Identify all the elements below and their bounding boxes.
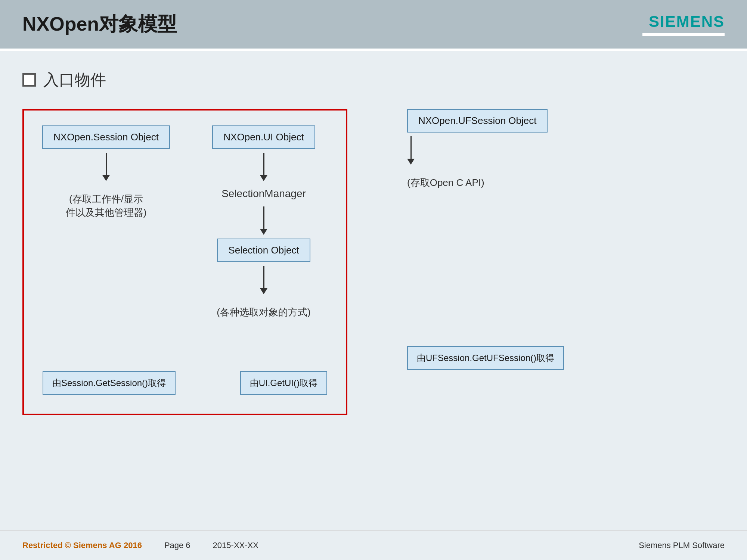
session-object-box: NXOpen.Session Object (42, 125, 170, 149)
page-title: NXOpen对象模型 (22, 11, 177, 37)
footer-page: Page 6 (164, 541, 190, 550)
ui-column: NXOpen.UI Object SelectionManager Select… (200, 125, 327, 319)
red-panel: NXOpen.Session Object (存取工作件/显示件以及其他管理器)… (22, 109, 347, 415)
get-ui-button: 由UI.GetUI()取得 (240, 371, 327, 395)
arrow-line (263, 206, 264, 229)
header: NXOpen对象模型 SIEMENS (0, 0, 747, 49)
session-note: (存取工作件/显示件以及其他管理器) (66, 192, 147, 220)
selection-object-box: Selection Object (217, 239, 310, 262)
arrow-line (106, 153, 107, 175)
ui-arrow3 (260, 266, 267, 294)
siemens-logo: SIEMENS (642, 13, 725, 36)
checkbox-icon (22, 73, 36, 87)
footer-center: Page 6 2015-XX-XX (164, 541, 258, 550)
footer: Restricted © Siemens AG 2016 Page 6 2015… (0, 530, 747, 560)
ui-arrow2 (260, 206, 267, 235)
footer-restricted: Restricted © Siemens AG 2016 (22, 541, 142, 550)
diagram-area: NXOpen.Session Object (存取工作件/显示件以及其他管理器)… (22, 109, 725, 415)
ui-object-box: NXOpen.UI Object (212, 125, 315, 149)
ufsession-object-box: NXOpen.UFSession Object (407, 109, 548, 133)
arrow-head (260, 229, 267, 235)
arrow-line (263, 266, 264, 288)
arrow-line (410, 136, 412, 159)
ui-arrow1 (260, 153, 267, 181)
selection-manager-label: SelectionManager (221, 188, 306, 200)
siemens-logo-text: SIEMENS (649, 13, 725, 31)
section-heading: 入口物件 (22, 69, 725, 90)
top-boxes-row: NXOpen.Session Object (存取工作件/显示件以及其他管理器)… (43, 125, 327, 319)
footer-brand: Siemens PLM Software (639, 541, 725, 550)
get-ufsession-button: 由UFSession.GetUFSession()取得 (407, 346, 564, 370)
section-heading-text: 入口物件 (43, 69, 106, 90)
session-column: NXOpen.Session Object (存取工作件/显示件以及其他管理器) (43, 125, 170, 220)
footer-date: 2015-XX-XX (213, 541, 258, 550)
ufsession-note: (存取Open C API) (407, 176, 484, 189)
arrow-head (260, 175, 267, 181)
ufsession-arrow (407, 136, 415, 165)
session-arrow (102, 153, 110, 181)
selection-note: (各种选取对象的方式) (217, 305, 310, 319)
arrow-head (407, 159, 415, 165)
arrow-line (263, 153, 264, 175)
arrow-head (102, 175, 110, 181)
main-content: 入口物件 NXOpen.Session Object (存取工作件/显示件以及其… (0, 51, 747, 426)
ufsession-column: NXOpen.UFSession Object (存取Open C API) 由… (407, 109, 564, 370)
arrow-head (260, 288, 267, 294)
bottom-buttons: 由Session.GetSession()取得 由UI.GetUI()取得 (43, 349, 327, 395)
get-session-button: 由Session.GetSession()取得 (43, 371, 176, 395)
siemens-logo-bar (642, 33, 725, 36)
